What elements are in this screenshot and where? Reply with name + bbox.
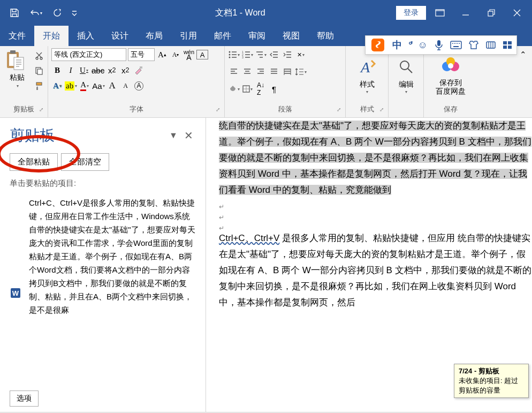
- char-border-icon[interactable]: A: [196, 50, 208, 59]
- numbering-icon[interactable]: 123▾: [241, 48, 253, 61]
- phonetic-icon[interactable]: wénA: [183, 48, 195, 61]
- tab-mailings[interactable]: 邮件: [206, 26, 240, 46]
- paste-button[interactable]: 粘贴 ▾: [3, 48, 31, 89]
- ime-toolbar[interactable]: 中 °' ☺: [365, 35, 517, 55]
- paste-all-button[interactable]: 全部粘贴: [10, 153, 58, 171]
- increase-indent-icon[interactable]: [282, 48, 293, 61]
- minimize-icon[interactable]: [454, 1, 477, 25]
- group-save-label: 保存: [427, 102, 474, 115]
- clear-format-icon[interactable]: [133, 64, 145, 77]
- save-icon[interactable]: [5, 4, 24, 22]
- bullets-icon[interactable]: ▾: [228, 48, 240, 61]
- svg-rect-2: [488, 11, 493, 16]
- asian-layout-icon[interactable]: ✕▾: [295, 48, 307, 61]
- paragraph-launcher-icon[interactable]: ⤢: [337, 107, 341, 112]
- decrease-indent-icon[interactable]: [268, 48, 280, 61]
- font-size-input[interactable]: [128, 48, 155, 61]
- enlarge-a-icon[interactable]: A: [107, 79, 118, 92]
- main-area: 剪贴板 ▼ ✕ 全部粘贴 全部清空 单击要粘贴的项目: W Ctrl+C、Ctr…: [0, 118, 532, 412]
- ribbon-display-icon[interactable]: [428, 1, 452, 25]
- redo-icon[interactable]: [48, 4, 66, 22]
- text-effects-icon[interactable]: A▾: [51, 79, 63, 92]
- align-right-icon[interactable]: [255, 65, 267, 78]
- svg-rect-12: [503, 41, 507, 44]
- panel-options-button[interactable]: 选项: [10, 391, 39, 407]
- restore-icon[interactable]: [480, 1, 503, 25]
- align-distribute-icon[interactable]: [282, 65, 293, 78]
- tab-review[interactable]: 审阅: [240, 26, 274, 46]
- window-title: 文档1 - Word: [85, 7, 396, 19]
- format-painter-icon[interactable]: [33, 80, 45, 91]
- superscript-icon[interactable]: x2: [119, 64, 131, 77]
- svg-rect-15: [508, 46, 512, 49]
- grow-font-icon[interactable]: A▴: [156, 48, 168, 61]
- paragraph-1[interactable]: 统自带的快捷键实在是太"基础"了，想要应对每天庞大的资的复制粘贴才是王道。举个例…: [219, 118, 532, 198]
- clipboard-panel: 剪贴板 ▼ ✕ 全部粘贴 全部清空 单击要粘贴的项目: W Ctrl+C、Ctr…: [0, 118, 206, 412]
- group-paragraph: ▾ 123▾ ▾ ✕▾ ▾ ▾ ▾ A↓Z ¶: [225, 46, 346, 117]
- baidu-save-button[interactable]: 保存到 百度网盘: [430, 48, 471, 102]
- tab-design[interactable]: 设计: [103, 26, 137, 46]
- tab-layout[interactable]: 布局: [137, 26, 171, 46]
- change-case-icon[interactable]: Aa▾: [92, 79, 104, 92]
- ime-lang[interactable]: 中: [392, 39, 402, 51]
- highlight-icon[interactable]: ab▾: [65, 79, 77, 92]
- collapse-ribbon-icon[interactable]: ⌃: [517, 48, 529, 61]
- panel-dropdown-icon[interactable]: ▼: [166, 128, 181, 143]
- sogou-logo-icon[interactable]: [370, 37, 386, 53]
- tab-file[interactable]: 文件: [0, 26, 34, 46]
- tab-help[interactable]: 帮助: [308, 26, 343, 46]
- align-left-icon[interactable]: [228, 65, 240, 78]
- ime-menu-icon[interactable]: [503, 41, 512, 49]
- panel-close-icon[interactable]: ✕: [181, 128, 196, 143]
- shading-icon[interactable]: ▾: [228, 82, 240, 95]
- underline-icon[interactable]: U▾: [78, 64, 90, 77]
- shrink-font-icon[interactable]: A▾: [170, 48, 181, 61]
- svg-rect-5: [451, 41, 461, 49]
- clipboard-item-text: Ctrl+C、Ctrl+V是很多人常用的复制、粘贴快捷键，但应用在日常工作生活中…: [29, 196, 196, 317]
- paragraph-2[interactable]: Ctrl+C、Ctrl+V 是很多人常用的复制、粘贴快捷键，但应用 统自带的快捷…: [219, 230, 532, 311]
- ime-punct-icon[interactable]: °': [408, 40, 411, 51]
- multilevel-icon[interactable]: ▾: [255, 48, 267, 61]
- font-name-input[interactable]: [51, 48, 126, 61]
- word-doc-icon: W: [10, 196, 22, 317]
- line-spacing-icon[interactable]: ▾: [295, 65, 307, 78]
- font-launcher-icon[interactable]: ⤢: [216, 107, 220, 112]
- group-paragraph-label: 段落 ⤢: [228, 102, 342, 115]
- tab-insert[interactable]: 插入: [69, 26, 103, 46]
- shrink-a-icon[interactable]: A: [120, 79, 132, 92]
- show-marks-icon[interactable]: ¶: [268, 82, 280, 95]
- login-button[interactable]: 登录: [396, 6, 426, 20]
- ime-voice-icon[interactable]: [434, 40, 444, 50]
- sort-icon[interactable]: A↓Z: [255, 82, 267, 95]
- svg-point-9: [459, 43, 460, 44]
- editing-button[interactable]: 编辑 ▾: [390, 48, 422, 102]
- ime-tools-icon[interactable]: [485, 40, 496, 50]
- align-justify-icon[interactable]: [268, 65, 280, 78]
- copy-icon[interactable]: [33, 65, 45, 76]
- circle-char-icon[interactable]: A: [133, 79, 145, 92]
- ime-emoji-icon[interactable]: ☺: [418, 40, 428, 51]
- tab-home[interactable]: 开始: [34, 26, 69, 46]
- align-center-icon[interactable]: [241, 65, 253, 78]
- tab-view[interactable]: 视图: [274, 26, 308, 46]
- font-color-icon[interactable]: A▾: [79, 79, 90, 92]
- clipboard-item[interactable]: W Ctrl+C、Ctrl+V是很多人常用的复制、粘贴快捷键，但应用在日常工作生…: [10, 196, 196, 317]
- strikethrough-icon[interactable]: abc: [92, 64, 104, 77]
- tab-references[interactable]: 引用: [171, 26, 206, 46]
- styles-button[interactable]: A 样式 ▾: [351, 48, 383, 102]
- bold-icon[interactable]: B: [51, 64, 63, 77]
- close-icon[interactable]: [505, 1, 529, 25]
- italic-icon[interactable]: I: [65, 64, 77, 77]
- subscript-icon[interactable]: x2: [106, 64, 118, 77]
- undo-icon[interactable]: ▾: [27, 4, 45, 22]
- cut-icon[interactable]: [33, 50, 45, 61]
- ime-skin-icon[interactable]: [468, 40, 479, 50]
- styles-launcher-icon[interactable]: ⤢: [379, 107, 384, 112]
- borders-icon[interactable]: ▾: [241, 82, 253, 95]
- clipboard-launcher-icon[interactable]: ⤢: [39, 107, 43, 112]
- clear-all-button[interactable]: 全部清空: [61, 153, 109, 171]
- ime-keyboard-icon[interactable]: [450, 41, 462, 49]
- svg-point-33: [400, 61, 409, 70]
- qat-customize-icon[interactable]: [70, 4, 79, 22]
- document-area[interactable]: 统自带的快捷键实在是太"基础"了，想要应对每天庞大的资的复制粘贴才是王道。举个例…: [206, 118, 532, 412]
